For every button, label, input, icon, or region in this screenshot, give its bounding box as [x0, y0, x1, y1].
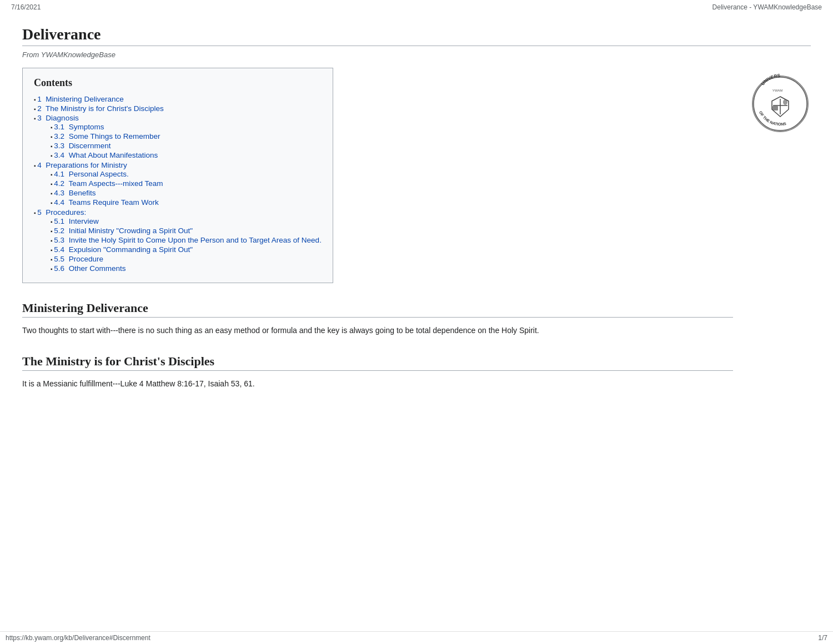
- toc-item-4-1: 4.1 Personal Aspects.: [51, 169, 322, 179]
- page-content: Deliverance From YWAMKnowledgeBase Conte…: [0, 14, 833, 419]
- section-para-1: Two thoughts to start with---there is no…: [22, 324, 733, 336]
- toc-sub-5: 5.1 Interview 5.2 Initial Ministry "Crow…: [51, 217, 322, 273]
- toc-link-3-3[interactable]: 3.3 Discernment: [54, 142, 111, 150]
- section-heading-1: Ministering Deliverance: [22, 301, 733, 318]
- toc-item-5-3: 5.3 Invite the Holy Spirit to Come Upon …: [51, 235, 322, 245]
- toc-item-5-1: 5.1 Interview: [51, 217, 322, 226]
- svg-point-8: [783, 99, 787, 105]
- svg-text:UNIVERS: UNIVERS: [760, 73, 781, 87]
- toc-link-5-6[interactable]: 5.6 Other Comments: [54, 264, 126, 273]
- toc-item-5-6: 5.6 Other Comments: [51, 264, 322, 273]
- toc-item-1: 1 Ministering Deliverance: [34, 94, 322, 104]
- section-heading-2: The Ministry is for Christ's Disciples: [22, 354, 733, 371]
- toc-item-5: 5 Procedures: 5.1 Interview 5.2 Initial: [34, 208, 322, 274]
- svg-text:YWAM: YWAM: [772, 89, 782, 92]
- toc-link-3-4[interactable]: 3.4 What About Manifestations: [54, 151, 158, 159]
- toc-link-5-3[interactable]: 5.3 Invite the Holy Spirit to Come Upon …: [54, 236, 322, 244]
- toc-link-3[interactable]: 3 Diagnosis: [37, 114, 78, 122]
- svg-rect-7: [772, 106, 778, 110]
- page-title: Deliverance: [22, 26, 811, 46]
- toc-link-5-1[interactable]: 5.1 Interview: [54, 217, 98, 225]
- toc-link-5-4[interactable]: 5.4 Expulsion "Commanding a Spirit Out": [54, 245, 193, 254]
- toc-heading: Contents: [34, 77, 322, 89]
- from-source: From YWAMKnowledgeBase: [22, 51, 811, 59]
- top-bar: 7/16/2021 Deliverance - YWAMKnowledgeBas…: [0, 0, 833, 14]
- toc-item-4-2: 4.2 Team Aspects---mixed Team: [51, 179, 322, 188]
- toc-item-2: 2 The Ministry is for Christ's Disciples: [34, 104, 322, 113]
- toc-list: 1 Ministering Deliverance 2 The Ministry…: [34, 94, 322, 274]
- toc-link-4-2[interactable]: 4.2 Team Aspects---mixed Team: [54, 179, 163, 188]
- toc-link-5-2[interactable]: 5.2 Initial Ministry "Crowding a Spirit …: [54, 227, 193, 235]
- toc-item-3-4: 3.4 What About Manifestations: [51, 150, 322, 160]
- toc-item-5-2: 5.2 Initial Ministry "Crowding a Spirit …: [51, 226, 322, 235]
- toc-link-1[interactable]: 1 Ministering Deliverance: [37, 95, 123, 103]
- toc-item-3-3: 3.3 Discernment: [51, 141, 322, 150]
- ywam-logo: UNIVERS OF THE NATIONS YWAM: [750, 73, 811, 134]
- toc-link-4-1[interactable]: 4.1 Personal Aspects.: [54, 170, 128, 178]
- toc-link-4-4[interactable]: 4.4 Teams Require Team Work: [54, 198, 158, 207]
- toc-link-3-1[interactable]: 3.1 Symptoms: [54, 123, 104, 131]
- toc-item-3-1: 3.1 Symptoms: [51, 122, 322, 132]
- toc-sub-3: 3.1 Symptoms 3.2 Some Things to Remember: [51, 122, 322, 160]
- toc-link-3-2[interactable]: 3.2 Some Things to Remember: [54, 132, 160, 140]
- toc-item-4-3: 4.3 Benefits: [51, 188, 322, 198]
- toc-link-5[interactable]: 5 Procedures:: [37, 208, 86, 217]
- right-column: UNIVERS OF THE NATIONS YWAM: [750, 68, 811, 134]
- toc-item-3-2: 3.2 Some Things to Remember: [51, 132, 322, 141]
- toc-link-4-3[interactable]: 4.3 Benefits: [54, 189, 96, 197]
- toc-item-3: 3 Diagnosis 3.1 Symptoms 3.2 Some Thing: [34, 113, 322, 160]
- date-label: 7/16/2021: [11, 3, 41, 11]
- toc-link-5-5[interactable]: 5.5 Procedure: [54, 255, 103, 263]
- toc-link-2[interactable]: 2 The Ministry is for Christ's Disciples: [37, 104, 163, 113]
- toc-item-4-4: 4.4 Teams Require Team Work: [51, 198, 322, 207]
- left-column: Contents 1 Ministering Deliverance 2 The…: [22, 68, 733, 397]
- toc-item-5-4: 5.4 Expulsion "Commanding a Spirit Out": [51, 245, 322, 254]
- toc-sub-4: 4.1 Personal Aspects. 4.2 Team Aspects--…: [51, 169, 322, 207]
- page-tab-title: Deliverance - YWAMKnowledgeBase: [712, 3, 822, 11]
- main-layout: Contents 1 Ministering Deliverance 2 The…: [22, 68, 811, 397]
- toc-item-5-5: 5.5 Procedure: [51, 254, 322, 264]
- toc-item-4: 4 Preparations for Ministry 4.1 Personal…: [34, 160, 322, 208]
- toc-box: Contents 1 Ministering Deliverance 2 The…: [22, 68, 333, 283]
- section-para-2: It is a Messianic fulfillment---Luke 4 M…: [22, 378, 733, 390]
- toc-link-4[interactable]: 4 Preparations for Ministry: [37, 161, 127, 169]
